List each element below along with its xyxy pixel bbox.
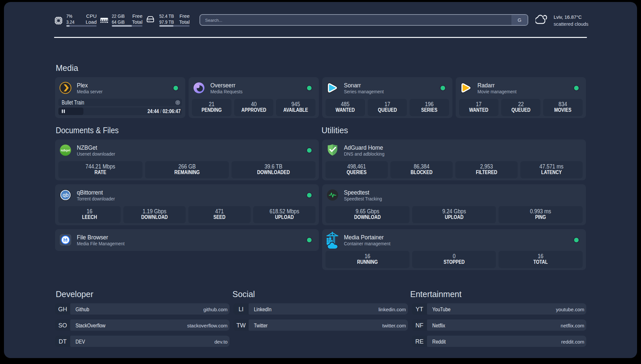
svg-text:nzbget: nzbget xyxy=(61,149,70,152)
svg-text:qb: qb xyxy=(63,192,69,198)
